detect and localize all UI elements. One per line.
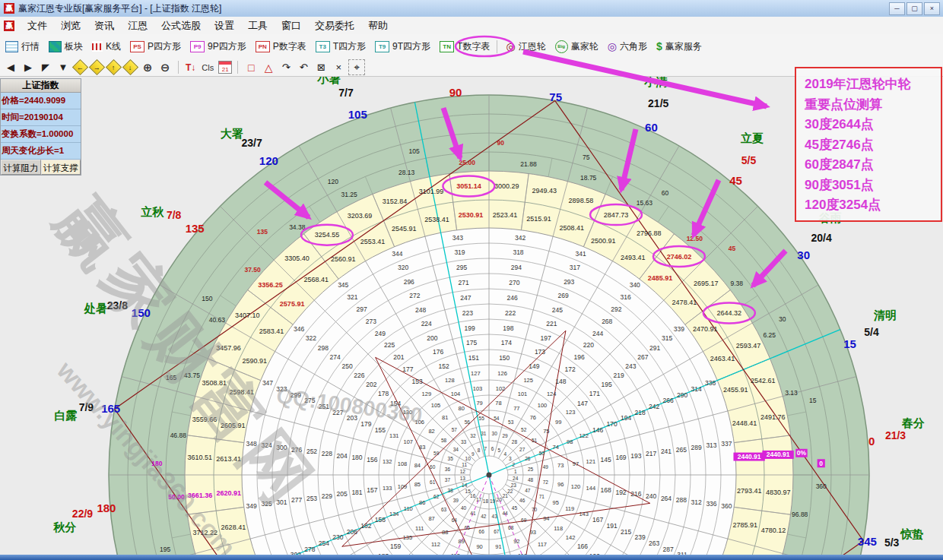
svg-text:66: 66 [479, 529, 485, 534]
svg-text:21/3: 21/3 [885, 429, 906, 441]
svg-text:300: 300 [276, 444, 287, 451]
box-x-button[interactable]: ⊠ [313, 60, 329, 74]
move-left-button[interactable]: ← [72, 59, 88, 75]
sectors-button[interactable]: 板块 [45, 36, 87, 56]
svg-text:3101.99: 3101.99 [419, 188, 444, 195]
svg-text:218: 218 [635, 409, 646, 416]
svg-text:172: 172 [564, 365, 575, 373]
svg-text:90: 90 [497, 139, 505, 147]
svg-text:80: 80 [458, 405, 464, 412]
move-down-button[interactable]: ↓ [122, 59, 138, 75]
rotate-cw-button[interactable]: ↷ [278, 60, 294, 74]
svg-text:13: 13 [460, 476, 466, 481]
svg-text:112: 112 [431, 541, 440, 548]
svg-text:9: 9 [472, 451, 475, 457]
kline-button[interactable]: K线 [88, 36, 125, 56]
triangle-tool-button[interactable]: △ [261, 60, 276, 74]
pointer-up-button[interactable]: ◤ [38, 60, 53, 74]
close-button[interactable]: × [924, 2, 940, 15]
menu-settings[interactable]: 设置 [208, 17, 241, 34]
svg-text:54: 54 [494, 416, 500, 421]
minimize-button[interactable]: ─ [889, 2, 905, 15]
zoom-in-button[interactable]: ⊕ [140, 60, 155, 74]
quotes-button[interactable]: 行情 [2, 36, 43, 56]
menu-browse[interactable]: 浏览 [54, 17, 87, 34]
svg-text:3559.66: 3559.66 [192, 416, 217, 423]
move-up-button[interactable]: ↑ [106, 59, 122, 75]
svg-text:108: 108 [398, 460, 408, 467]
svg-text:2515.91: 2515.91 [526, 215, 551, 223]
menu-window[interactable]: 窗口 [275, 17, 308, 34]
svg-text:3610.51: 3610.51 [187, 454, 212, 461]
menu-formula-stockpick[interactable]: 公式选股 [154, 17, 208, 34]
menu-tools[interactable]: 工具 [241, 17, 275, 34]
svg-text:217: 217 [646, 450, 656, 457]
t-number-table-button[interactable]: TN T数字表 [436, 36, 494, 56]
svg-text:293: 293 [564, 278, 574, 286]
svg-text:243: 243 [625, 362, 636, 370]
svg-text:6: 6 [491, 446, 494, 451]
menu-trade[interactable]: 交易委托 [308, 17, 361, 34]
table-icon [5, 41, 18, 52]
svg-text:239: 239 [635, 533, 646, 541]
calendar-icon[interactable]: 21 [218, 61, 232, 74]
t9-square-button[interactable]: T9 9T四方形 [371, 36, 434, 56]
p-number-table-button[interactable]: PN P数字表 [252, 36, 310, 56]
collapse-button[interactable]: × [331, 60, 346, 74]
svg-text:120: 120 [328, 178, 338, 185]
gann-wheel-button[interactable]: ◎ 江恩轮 [502, 36, 549, 56]
selector-tool-button[interactable]: ⌖ [348, 59, 365, 75]
svg-text:205: 205 [337, 490, 348, 498]
svg-text:287: 287 [662, 546, 673, 553]
svg-text:74: 74 [553, 444, 559, 451]
svg-text:275: 275 [304, 397, 315, 404]
t-square-button[interactable]: T3 T四方形 [312, 36, 370, 56]
svg-text:102: 102 [496, 385, 506, 392]
svg-text:240: 240 [646, 492, 656, 500]
svg-text:36: 36 [445, 467, 451, 472]
rotate-ccw-button[interactable]: ↶ [296, 60, 311, 74]
forward-button[interactable]: ▶ [21, 60, 36, 74]
zoom-out-button[interactable]: ⊖ [157, 60, 173, 74]
svg-text:59: 59 [433, 451, 440, 456]
svg-text:339: 339 [674, 325, 684, 333]
move-right-button[interactable]: → [89, 59, 105, 75]
annotation-line: 30度2644点 [805, 115, 934, 135]
hexagon-button[interactable]: ◎ 六角形 [604, 36, 651, 56]
price-row: 价格=2440.9099 [1, 93, 81, 109]
svg-text:267: 267 [637, 353, 648, 361]
target-icon: ◎ [506, 41, 515, 52]
winner-wheel-button[interactable]: Big 赢家轮 [551, 36, 602, 56]
square-tool-button[interactable]: □ [243, 60, 259, 74]
svg-text:2590.91: 2590.91 [242, 357, 267, 365]
menu-help[interactable]: 帮助 [361, 17, 395, 34]
menu-file[interactable]: 文件 [21, 17, 54, 34]
pointer-down-button[interactable]: ▼ [56, 60, 71, 74]
winner-service-label: 赢家服务 [665, 40, 702, 53]
svg-text:319: 319 [454, 248, 465, 256]
svg-text:2463.41: 2463.41 [710, 355, 735, 362]
t-down-button[interactable]: T↓ [184, 60, 197, 74]
svg-text:39: 39 [453, 498, 459, 503]
svg-text:130: 130 [403, 409, 413, 416]
menu-gann[interactable]: 江恩 [121, 17, 154, 34]
svg-text:6.25: 6.25 [763, 331, 776, 339]
svg-text:76: 76 [530, 414, 536, 421]
maximize-button[interactable]: ▢ [906, 2, 922, 15]
svg-text:3712.22: 3712.22 [192, 529, 217, 536]
p-square-button[interactable]: PS P四方形 [126, 36, 185, 56]
cls-button[interactable]: Cls [199, 60, 216, 74]
winner-service-button[interactable]: $ 赢家服务 [652, 36, 706, 56]
p9-square-button[interactable]: P9 9P四方形 [186, 36, 250, 56]
svg-text:清明: 清明 [873, 308, 897, 321]
svg-text:221: 221 [546, 320, 557, 327]
back-button[interactable]: ◀ [3, 60, 18, 74]
svg-text:173: 173 [535, 348, 545, 356]
calc-resistance-button[interactable]: 计算阻力 [1, 160, 41, 175]
calc-support-button[interactable]: 计算支撑 [41, 160, 81, 175]
svg-text:2620.91: 2620.91 [217, 489, 242, 497]
svg-text:149: 149 [529, 362, 539, 370]
down-arrow-icon: ↓ [129, 64, 132, 71]
svg-text:347: 347 [262, 379, 273, 387]
menu-news[interactable]: 资讯 [87, 17, 121, 34]
